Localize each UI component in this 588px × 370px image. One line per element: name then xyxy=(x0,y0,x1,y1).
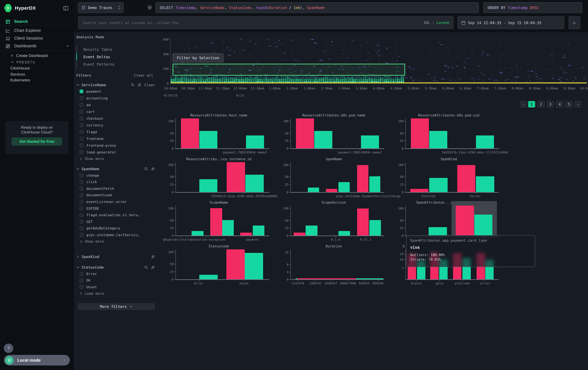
checkbox[interactable] xyxy=(80,200,84,204)
checkbox[interactable]: ✓ xyxy=(80,90,84,93)
outlier-bar[interactable] xyxy=(326,189,337,192)
inlier-bar[interactable] xyxy=(429,227,447,236)
preset-item-services[interactable]: Services xyxy=(10,72,25,76)
checkbox[interactable] xyxy=(80,96,84,100)
filter-group-statuscode[interactable]: StatusCode xyxy=(76,265,155,270)
filter-option-unset[interactable]: Unset xyxy=(80,284,154,290)
search-icon[interactable] xyxy=(144,265,148,269)
search-icon[interactable] xyxy=(131,83,135,87)
inlier-bar[interactable] xyxy=(192,231,203,236)
filter-group-servicename[interactable]: ServiceNameClear xyxy=(76,82,155,88)
inlier-bar[interactable] xyxy=(429,178,447,192)
inlier-bar[interactable] xyxy=(369,220,381,236)
checkbox[interactable] xyxy=(80,123,84,127)
heatmap-selection-region[interactable] xyxy=(173,64,405,76)
checkbox[interactable] xyxy=(80,130,84,134)
show-more-link[interactable]: Show more xyxy=(80,239,104,244)
search-icon[interactable] xyxy=(144,167,148,171)
inlier-bar[interactable] xyxy=(222,220,234,236)
pin-icon[interactable] xyxy=(151,265,155,269)
checkbox[interactable] xyxy=(80,213,84,217)
outlier-bar[interactable] xyxy=(226,249,245,279)
select-clause-input[interactable]: SELECT Timestamp, ServiceName, StatusCod… xyxy=(156,2,479,13)
outlier-bar[interactable] xyxy=(357,165,368,192)
pin-icon[interactable] xyxy=(151,167,155,171)
page-button-4[interactable]: 4 xyxy=(556,101,563,108)
page-prev-button[interactable]: ‹ xyxy=(520,101,527,108)
data-source-select[interactable]: Demo Traces xyxy=(78,2,124,13)
inlier-bar[interactable] xyxy=(245,175,263,192)
inlier-bar[interactable] xyxy=(474,215,493,236)
checkbox[interactable] xyxy=(80,279,84,282)
filter-option-payment[interactable]: ✓payment xyxy=(80,89,154,94)
more-filters-button[interactable]: More filters xyxy=(78,303,155,310)
show-more-link[interactable]: Show more xyxy=(80,157,104,161)
checkbox[interactable] xyxy=(80,110,84,114)
mode-results-table[interactable]: Results Table xyxy=(76,46,144,53)
sidebar-item-client-sessions[interactable]: Client Sessions xyxy=(0,34,74,42)
inlier-bar[interactable] xyxy=(476,176,494,192)
preset-item-kubernetes[interactable]: Kubernetes xyxy=(10,78,30,82)
inlier-bar[interactable] xyxy=(253,226,264,236)
search-input[interactable] xyxy=(79,20,424,25)
filter-option-documentload[interactable]: documentLoad xyxy=(80,193,154,198)
filter-group-spankind[interactable]: SpanKind xyxy=(76,254,155,259)
filter-group-spanname[interactable]: SpanName xyxy=(76,166,155,171)
checkbox[interactable] xyxy=(80,143,84,147)
checkbox[interactable] xyxy=(80,103,84,107)
mode-event-patterns[interactable]: Event Patterns xyxy=(76,61,144,68)
checkbox[interactable] xyxy=(80,193,84,197)
checkbox[interactable] xyxy=(80,272,84,276)
inlier-bar[interactable] xyxy=(429,131,447,148)
filter-option-documentfetch[interactable]: documentFetch xyxy=(80,186,154,191)
inlier-bar[interactable] xyxy=(476,135,494,148)
inlier-bar[interactable] xyxy=(369,176,380,192)
outlier-bar[interactable] xyxy=(410,189,428,192)
sidebar-item-chart-explorer[interactable]: Chart Explorer xyxy=(0,27,74,34)
pin-icon[interactable] xyxy=(137,83,141,87)
checkbox[interactable] xyxy=(80,173,84,177)
create-dashboard-button[interactable]: Create Dashboard xyxy=(10,53,48,58)
checkbox[interactable] xyxy=(80,150,84,154)
page-next-button[interactable]: › xyxy=(575,101,581,108)
mode-event-deltas[interactable]: Event Deltas xyxy=(76,53,144,61)
inlier-bar[interactable] xyxy=(308,187,319,192)
filter-option-ad[interactable]: ad xyxy=(80,102,154,108)
checkbox[interactable] xyxy=(80,285,84,289)
page-button-1[interactable]: 1 xyxy=(528,101,535,108)
filter-option-expire[interactable]: EXPIRE xyxy=(80,206,154,211)
date-range-picker[interactable]: Sep 14 22:04:35 - Sep 15 10:04:35 xyxy=(458,16,564,29)
preset-item-clickhouse[interactable]: ClickHouse xyxy=(10,66,30,70)
outlier-bar[interactable] xyxy=(240,232,252,236)
language-toggle[interactable]: SQL | Lucene xyxy=(424,20,449,25)
gear-icon[interactable] xyxy=(147,4,153,11)
checkbox[interactable] xyxy=(80,227,84,230)
sql-mode[interactable]: SQL xyxy=(424,20,430,25)
filter-option-frontend[interactable]: frontend xyxy=(80,136,154,141)
outlier-bar[interactable] xyxy=(411,118,429,148)
inlier-bar[interactable] xyxy=(199,131,217,148)
outlier-bar[interactable] xyxy=(181,118,199,148)
order-by-input[interactable]: ORDER BY Timestamp DESC xyxy=(483,2,582,13)
filter-by-selection-button[interactable]: Filter by Selection xyxy=(173,53,223,62)
inlier-bar[interactable] xyxy=(306,226,317,236)
filter-option-currency[interactable]: currency xyxy=(80,123,154,128)
outlier-bar[interactable] xyxy=(227,162,245,192)
checkbox[interactable] xyxy=(80,233,84,237)
checkbox[interactable] xyxy=(80,180,84,184)
clear-all-link[interactable]: Clear all xyxy=(134,73,153,78)
page-button-5[interactable]: 5 xyxy=(566,101,573,108)
lucene-mode[interactable]: Lucene xyxy=(437,20,449,25)
outlier-bar[interactable] xyxy=(457,165,475,192)
inlier-bar[interactable] xyxy=(246,135,264,148)
filter-option-flagd[interactable]: flagd xyxy=(80,129,154,134)
load-more-link[interactable]: Load more xyxy=(80,291,104,296)
get-started-button[interactable]: Get Started for Free xyxy=(11,137,62,146)
filter-option-accounting[interactable]: accounting xyxy=(80,96,154,101)
filter-option-grpc-oteldemo-cartservic-[interactable]: grpc.oteldemo.CartServic… xyxy=(80,232,154,238)
inlier-bar[interactable] xyxy=(338,231,350,236)
filter-option-getadsbycategory[interactable]: getAdsByCategory xyxy=(80,226,154,231)
inlier-bar[interactable] xyxy=(338,182,350,192)
checkbox[interactable] xyxy=(80,117,84,120)
help-button[interactable]: ? xyxy=(4,344,13,353)
